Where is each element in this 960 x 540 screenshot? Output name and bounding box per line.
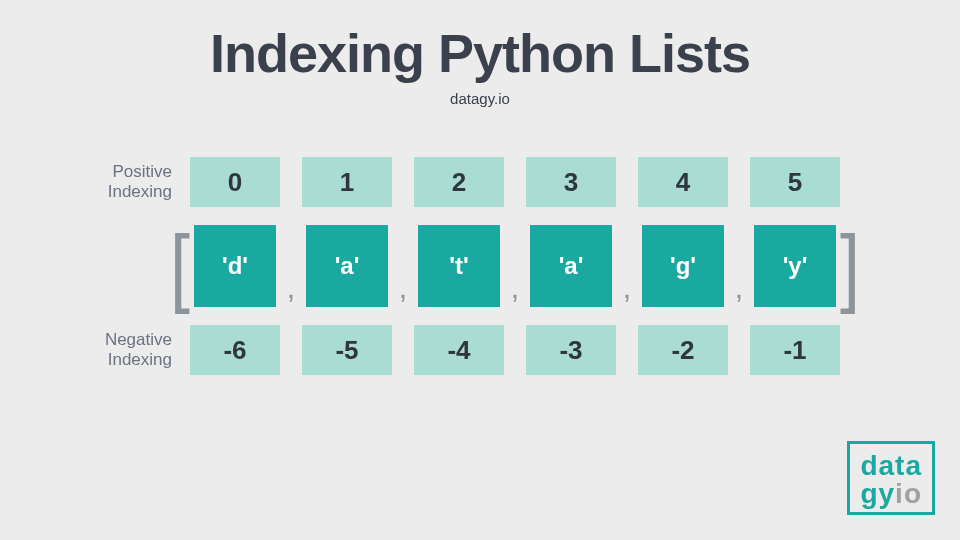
positive-index-cell: 4 <box>638 157 728 207</box>
positive-index-cells: 0 1 2 3 4 5 <box>190 157 890 207</box>
positive-index-label: PositiveIndexing <box>70 162 190 203</box>
positive-index-cell: 5 <box>750 157 840 207</box>
bracket-left-icon: [ <box>170 223 190 309</box>
bracket-right-icon: ] <box>840 223 860 309</box>
list-cells: 'd' , 'a' , 't' , 'a' , 'g' , 'y' <box>194 225 836 307</box>
comma-separator: , <box>276 271 306 307</box>
logo-line2a: gy <box>860 478 895 509</box>
comma-separator: , <box>500 271 530 307</box>
negative-index-cell: -5 <box>302 325 392 375</box>
page-subtitle: datagy.io <box>0 90 960 107</box>
comma-separator: , <box>724 271 754 307</box>
negative-index-cell: -3 <box>526 325 616 375</box>
comma-separator: , <box>388 271 418 307</box>
positive-index-cell: 1 <box>302 157 392 207</box>
indexing-diagram: PositiveIndexing 0 1 2 3 4 5 [ 'd' , 'a'… <box>0 157 960 375</box>
negative-index-label: NegativeIndexing <box>70 330 190 371</box>
list-item-cell: 'd' <box>194 225 276 307</box>
page-title: Indexing Python Lists <box>0 22 960 84</box>
negative-index-cell: -4 <box>414 325 504 375</box>
logo-line2b: io <box>895 478 922 509</box>
logo-line1: data <box>860 452 922 480</box>
positive-index-cell: 3 <box>526 157 616 207</box>
list-item-cell: 'g' <box>642 225 724 307</box>
list-item-cell: 'a' <box>530 225 612 307</box>
list-item-cell: 't' <box>418 225 500 307</box>
negative-index-cell: -1 <box>750 325 840 375</box>
list-item-cell: 'a' <box>306 225 388 307</box>
negative-index-cells: -6 -5 -4 -3 -2 -1 <box>190 325 890 375</box>
positive-index-cell: 0 <box>190 157 280 207</box>
list-row: [ 'd' , 'a' , 't' , 'a' , 'g' , 'y' ] <box>70 225 890 307</box>
negative-index-cell: -2 <box>638 325 728 375</box>
negative-index-row: NegativeIndexing -6 -5 -4 -3 -2 -1 <box>70 325 890 375</box>
list-item-cell: 'y' <box>754 225 836 307</box>
negative-index-cell: -6 <box>190 325 280 375</box>
positive-index-row: PositiveIndexing 0 1 2 3 4 5 <box>70 157 890 207</box>
datagy-logo: data gyio <box>847 441 935 515</box>
comma-separator: , <box>612 271 642 307</box>
positive-index-cell: 2 <box>414 157 504 207</box>
